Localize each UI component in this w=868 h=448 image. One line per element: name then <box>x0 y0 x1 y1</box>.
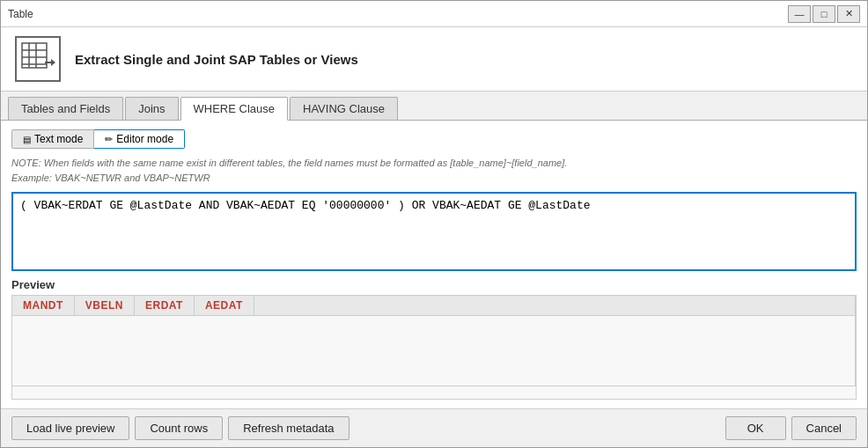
col-header-empty <box>254 296 855 316</box>
main-window: Table — □ ✕ Extract Single and Joint SAP… <box>0 0 868 448</box>
col-header-mandt: MANDT <box>12 296 74 316</box>
tabs-bar: Tables and Fields Joins WHERE Clause HAV… <box>1 92 867 121</box>
tab-joins[interactable]: Joins <box>125 97 178 120</box>
where-clause-input[interactable] <box>11 192 857 271</box>
header-section: Extract Single and Joint SAP Tables or V… <box>1 27 867 92</box>
tab-having-clause[interactable]: HAVING Clause <box>290 97 398 120</box>
header-title: Extract Single and Joint SAP Tables or V… <box>75 52 358 67</box>
window-controls: — □ ✕ <box>788 5 860 23</box>
preview-table: MANDT VBELN ERDAT AEDAT <box>12 296 856 386</box>
preview-label: Preview <box>11 278 857 291</box>
table-icon <box>15 36 61 82</box>
preview-empty-row <box>12 316 856 386</box>
note-line1: NOTE: When fields with the same name exi… <box>11 156 857 171</box>
text-mode-label: Text mode <box>34 133 83 145</box>
tab-tables-fields[interactable]: Tables and Fields <box>8 97 123 120</box>
editor-mode-button[interactable]: ✏ Editor mode <box>94 129 185 149</box>
editor-mode-label: Editor mode <box>116 133 173 145</box>
footer-right-buttons: OK Cancel <box>725 416 857 440</box>
ok-button[interactable]: OK <box>725 416 786 440</box>
footer: Load live preview Count rows Refresh met… <box>1 408 867 447</box>
count-rows-button[interactable]: Count rows <box>135 416 223 440</box>
text-mode-button[interactable]: ▤ Text mode <box>11 129 94 149</box>
note-line2: Example: VBAK~NETWR and VBAP~NETWR <box>11 171 857 186</box>
load-live-preview-button[interactable]: Load live preview <box>11 416 129 440</box>
minimize-button[interactable]: — <box>788 5 811 23</box>
mode-buttons: ▤ Text mode ✏ Editor mode <box>11 129 857 149</box>
preview-header-row: MANDT VBELN ERDAT AEDAT <box>12 296 856 316</box>
svg-marker-7 <box>51 59 55 66</box>
refresh-metadata-button[interactable]: Refresh metadata <box>228 416 349 440</box>
tab-where-clause[interactable]: WHERE Clause <box>180 97 288 121</box>
col-header-aedat: AEDAT <box>194 296 254 316</box>
window-title: Table <box>8 8 33 20</box>
footer-left-buttons: Load live preview Count rows Refresh met… <box>11 416 349 440</box>
col-header-vbeln: VBELN <box>74 296 134 316</box>
text-mode-icon: ▤ <box>23 135 31 144</box>
content-area: ▤ Text mode ✏ Editor mode NOTE: When fie… <box>1 121 867 408</box>
close-button[interactable]: ✕ <box>837 5 860 23</box>
editor-mode-icon: ✏ <box>105 134 113 145</box>
maximize-button[interactable]: □ <box>813 5 835 23</box>
preview-section: Preview MANDT VBELN ERDAT AEDAT <box>11 278 857 400</box>
title-bar: Table — □ ✕ <box>1 1 867 27</box>
note-section: NOTE: When fields with the same name exi… <box>11 156 857 185</box>
col-header-erdat: ERDAT <box>135 296 195 316</box>
preview-table-container: MANDT VBELN ERDAT AEDAT <box>11 295 857 400</box>
cancel-button[interactable]: Cancel <box>791 416 857 440</box>
